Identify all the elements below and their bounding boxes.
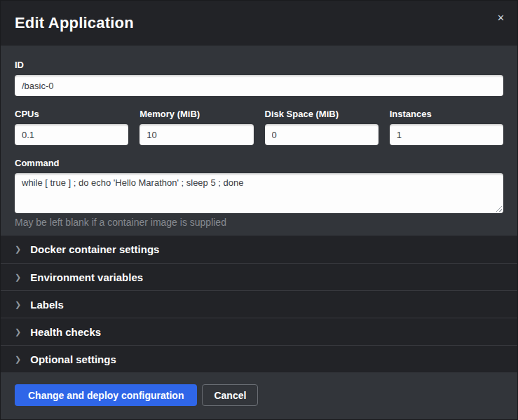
instances-label: Instances <box>390 109 503 119</box>
section-title: Environment variables <box>30 271 143 283</box>
memory-input[interactable] <box>139 124 253 145</box>
command-field-group: Command May be left blank if a container… <box>15 158 503 228</box>
cpus-field-group: CPUs <box>15 109 128 145</box>
memory-field-group: Memory (MiB) <box>139 109 253 145</box>
section-labels[interactable]: ❯ Labels <box>1 290 517 318</box>
cpus-input[interactable] <box>15 124 128 145</box>
edit-application-modal: Edit Application ✕ ID CPUs Memory (MiB) … <box>0 0 518 420</box>
cpus-label: CPUs <box>15 109 128 119</box>
close-icon[interactable]: ✕ <box>494 11 507 25</box>
resources-row: CPUs Memory (MiB) Disk Space (MiB) Insta… <box>15 109 503 145</box>
section-title: Labels <box>30 299 64 311</box>
modal-header: Edit Application ✕ <box>1 1 517 46</box>
command-label: Command <box>15 158 503 168</box>
cancel-button[interactable]: Cancel <box>202 384 258 406</box>
section-title: Health checks <box>30 326 101 338</box>
section-title: Docker container settings <box>30 243 159 255</box>
id-label: ID <box>15 60 503 70</box>
command-textarea[interactable] <box>15 173 503 213</box>
command-textarea-wrap <box>15 173 503 213</box>
chevron-right-icon: ❯ <box>15 273 21 281</box>
chevron-right-icon: ❯ <box>15 245 21 253</box>
instances-input[interactable] <box>390 124 503 145</box>
chevron-right-icon: ❯ <box>15 301 21 309</box>
section-docker-container-settings[interactable]: ❯ Docker container settings <box>1 236 517 263</box>
modal-title: Edit Application <box>15 14 134 32</box>
id-input[interactable] <box>15 75 503 96</box>
modal-footer: Change and deploy configuration Cancel <box>1 372 517 420</box>
chevron-right-icon: ❯ <box>15 328 21 336</box>
command-help-text: May be left blank if a container image i… <box>15 217 503 228</box>
disk-field-group: Disk Space (MiB) <box>265 109 379 145</box>
accordion-sections: ❯ Docker container settings ❯ Environmen… <box>1 236 517 372</box>
section-title: Optional settings <box>30 353 116 365</box>
form-body: ID CPUs Memory (MiB) Disk Space (MiB) In… <box>1 46 517 236</box>
disk-label: Disk Space (MiB) <box>265 109 379 119</box>
section-environment-variables[interactable]: ❯ Environment variables <box>1 263 517 290</box>
memory-label: Memory (MiB) <box>139 109 253 119</box>
disk-input[interactable] <box>265 124 379 145</box>
change-and-deploy-button[interactable]: Change and deploy configuration <box>15 384 197 406</box>
instances-field-group: Instances <box>390 109 503 145</box>
id-field-group: ID <box>15 60 503 96</box>
chevron-right-icon: ❯ <box>15 355 21 363</box>
section-optional-settings[interactable]: ❯ Optional settings <box>1 345 517 372</box>
section-health-checks[interactable]: ❯ Health checks <box>1 318 517 345</box>
